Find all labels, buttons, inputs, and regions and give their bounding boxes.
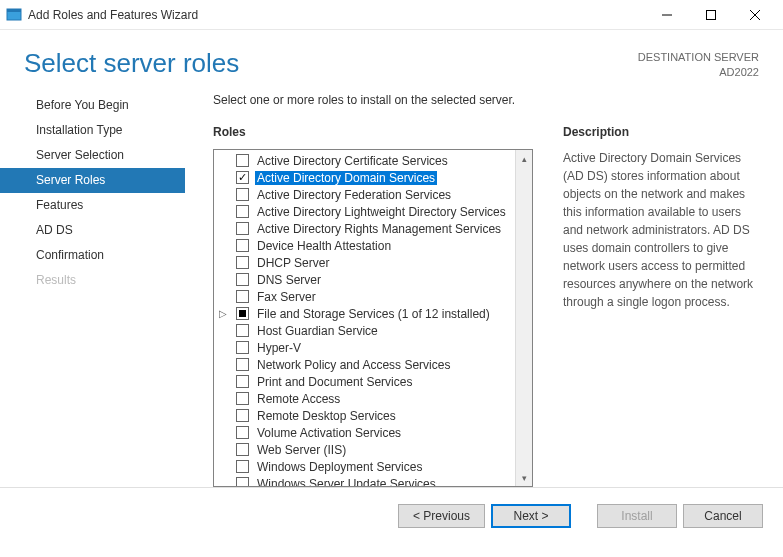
role-label: Windows Deployment Services [255,460,424,474]
scroll-thumb[interactable] [516,167,532,469]
role-row[interactable]: Host Guardian Service [216,322,515,339]
destination-server-block: DESTINATION SERVER AD2022 [638,50,759,79]
role-label: DNS Server [255,273,323,287]
role-label: Active Directory Certificate Services [255,154,450,168]
role-row[interactable]: ▷File and Storage Services (1 of 12 inst… [216,305,515,322]
role-checkbox[interactable] [236,460,249,473]
titlebar: Add Roles and Features Wizard [0,0,783,30]
role-checkbox[interactable] [236,273,249,286]
svg-rect-3 [707,10,716,19]
description-text: Active Directory Domain Services (AD DS)… [563,149,763,311]
role-checkbox[interactable] [236,375,249,388]
previous-button[interactable]: < Previous [398,504,485,528]
role-label: Host Guardian Service [255,324,380,338]
sidebar-item-ad-ds[interactable]: AD DS [0,218,185,243]
role-checkbox[interactable] [236,443,249,456]
page-title: Select server roles [24,48,239,79]
role-label: Network Policy and Access Services [255,358,452,372]
role-row[interactable]: Active Directory Federation Services [216,186,515,203]
destination-value: AD2022 [638,65,759,79]
role-row[interactable]: Hyper-V [216,339,515,356]
install-button[interactable]: Install [597,504,677,528]
role-row[interactable]: Remote Access [216,390,515,407]
role-checkbox[interactable] [236,205,249,218]
role-label: Windows Server Update Services [255,477,438,487]
role-row[interactable]: Active Directory Rights Management Servi… [216,220,515,237]
role-row[interactable]: DNS Server [216,271,515,288]
svg-rect-1 [7,9,21,12]
role-checkbox[interactable] [236,256,249,269]
role-row[interactable]: Active Directory Domain Services [216,169,515,186]
role-checkbox[interactable] [236,290,249,303]
roles-label: Roles [213,125,533,139]
role-label: Web Server (IIS) [255,443,348,457]
role-label: Print and Document Services [255,375,414,389]
role-label: Remote Access [255,392,342,406]
role-row[interactable]: Active Directory Certificate Services [216,152,515,169]
role-checkbox[interactable] [236,358,249,371]
destination-label: DESTINATION SERVER [638,50,759,64]
role-checkbox[interactable] [236,426,249,439]
role-row[interactable]: Remote Desktop Services [216,407,515,424]
app-icon [6,7,22,23]
expand-icon[interactable]: ▷ [216,308,230,319]
role-label: Device Health Attestation [255,239,393,253]
role-row[interactable]: DHCP Server [216,254,515,271]
cancel-button[interactable]: Cancel [683,504,763,528]
sidebar-item-results: Results [0,268,185,293]
role-row[interactable]: Fax Server [216,288,515,305]
role-checkbox[interactable] [236,154,249,167]
footer: < Previous Next > Install Cancel [0,487,783,543]
role-label: Active Directory Lightweight Directory S… [255,205,508,219]
role-label: Remote Desktop Services [255,409,398,423]
role-row[interactable]: Web Server (IIS) [216,441,515,458]
role-checkbox[interactable] [236,341,249,354]
role-checkbox[interactable] [236,188,249,201]
role-checkbox[interactable] [236,324,249,337]
sidebar-item-before-you-begin[interactable]: Before You Begin [0,93,185,118]
roles-list[interactable]: Active Directory Certificate ServicesAct… [214,150,515,486]
role-row[interactable]: Windows Deployment Services [216,458,515,475]
role-label: Active Directory Federation Services [255,188,453,202]
role-checkbox[interactable] [236,477,249,486]
role-label: DHCP Server [255,256,331,270]
role-checkbox[interactable] [236,171,249,184]
role-checkbox[interactable] [236,222,249,235]
sidebar-item-features[interactable]: Features [0,193,185,218]
scrollbar[interactable]: ▴ ▾ [515,150,532,486]
role-row[interactable]: Network Policy and Access Services [216,356,515,373]
role-row[interactable]: Active Directory Lightweight Directory S… [216,203,515,220]
role-row[interactable]: Print and Document Services [216,373,515,390]
role-label: Active Directory Rights Management Servi… [255,222,503,236]
scroll-up-icon[interactable]: ▴ [516,150,532,167]
sidebar-item-confirmation[interactable]: Confirmation [0,243,185,268]
role-checkbox[interactable] [236,409,249,422]
minimize-button[interactable] [645,0,689,30]
role-label: Active Directory Domain Services [255,171,437,185]
description-label: Description [563,125,763,139]
role-label: Hyper-V [255,341,303,355]
close-button[interactable] [733,0,777,30]
sidebar-item-server-selection[interactable]: Server Selection [0,143,185,168]
next-button[interactable]: Next > [491,504,571,528]
role-checkbox[interactable] [236,239,249,252]
scroll-down-icon[interactable]: ▾ [516,469,532,486]
role-label: File and Storage Services (1 of 12 insta… [255,307,492,321]
role-label: Fax Server [255,290,318,304]
role-row[interactable]: Volume Activation Services [216,424,515,441]
role-checkbox[interactable] [236,307,249,320]
sidebar-item-installation-type[interactable]: Installation Type [0,118,185,143]
role-row[interactable]: Device Health Attestation [216,237,515,254]
role-row[interactable]: Windows Server Update Services [216,475,515,486]
window-title: Add Roles and Features Wizard [28,8,645,22]
wizard-sidebar: Before You BeginInstallation TypeServer … [0,87,185,487]
sidebar-item-server-roles[interactable]: Server Roles [0,168,185,193]
maximize-button[interactable] [689,0,733,30]
instruction-text: Select one or more roles to install on t… [213,93,763,107]
role-label: Volume Activation Services [255,426,403,440]
header: Select server roles DESTINATION SERVER A… [0,30,783,87]
role-checkbox[interactable] [236,392,249,405]
roles-listbox: Active Directory Certificate ServicesAct… [213,149,533,487]
